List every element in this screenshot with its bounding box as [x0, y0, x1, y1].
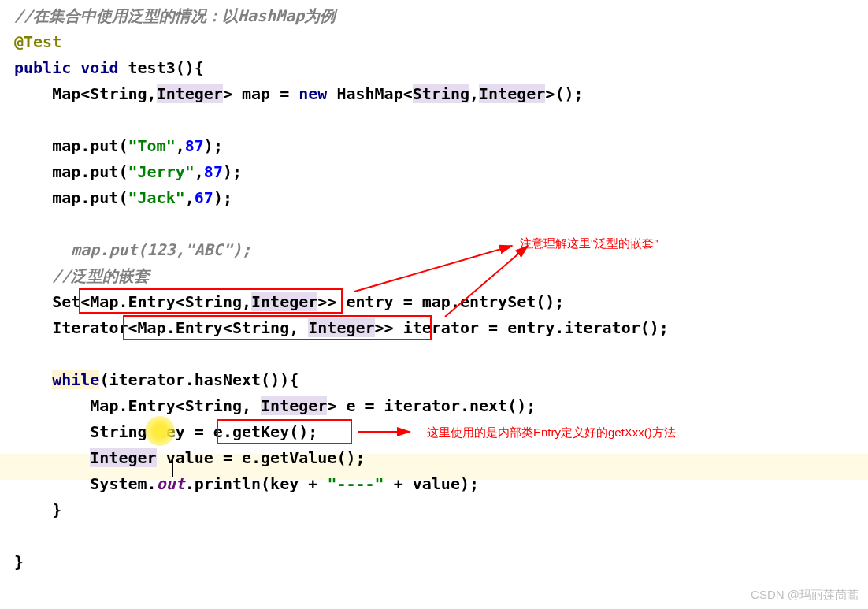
annotation-text: 这里使用的是内部类Entry定义好的getXxx()方法 — [427, 425, 676, 440]
code-line — [14, 341, 854, 367]
watermark: CSDN @玛丽莲茼蒿 — [751, 588, 859, 603]
annotation-text: 注意理解这里"泛型的嵌套" — [520, 236, 658, 251]
code-line — [14, 211, 854, 237]
code-line: //在集合中使用泛型的情况：以HashMap为例 — [14, 3, 854, 29]
code-line: public void test3(){ — [14, 55, 854, 81]
code-line: map.put(123,"ABC"); — [14, 237, 854, 263]
code-line: map.put("Jerry",87); — [14, 159, 854, 185]
code-line: } — [14, 549, 854, 575]
code-line: System.out.println(key + "----" + value)… — [14, 471, 854, 497]
code-line: @Test — [14, 29, 854, 55]
code-line — [14, 523, 854, 549]
code-line: Set<Map.Entry<String,Integer>> entry = m… — [14, 289, 854, 315]
code-line: } — [14, 497, 854, 523]
text-cursor — [172, 456, 173, 477]
code-line: map.put("Tom",87); — [14, 133, 854, 159]
code-line — [14, 107, 854, 133]
code-line: Integer value = e.getValue(); — [14, 445, 854, 471]
code-line: map.put("Jack",67); — [14, 185, 854, 211]
code-line: //泛型的嵌套 — [14, 263, 854, 289]
code-line: Map<String,Integer> map = new HashMap<St… — [14, 81, 854, 107]
code-editor[interactable]: //在集合中使用泛型的情况：以HashMap为例 @Test public vo… — [0, 0, 868, 578]
code-line: Iterator<Map.Entry<String, Integer>> ite… — [14, 315, 854, 341]
code-line: Map.Entry<String, Integer> e = iterator.… — [14, 393, 854, 419]
code-line: while(iterator.hasNext()){ — [14, 367, 854, 393]
